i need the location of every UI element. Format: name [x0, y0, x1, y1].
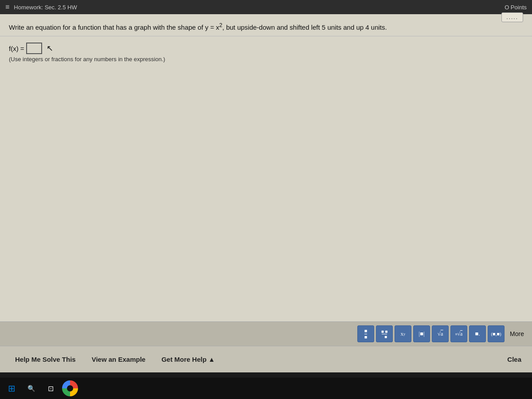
- math-toolbar: ■ ■ ■ ■ ■ xy |■| √a n√a ■. (■,■) More: [0, 321, 532, 346]
- view-example-button[interactable]: View an Example: [84, 351, 153, 368]
- page-title: Homework: Sec. 2.5 HW: [14, 4, 505, 11]
- more-button[interactable]: More: [506, 328, 528, 340]
- fraction-button[interactable]: ■ ■: [357, 325, 374, 342]
- search-button[interactable]: 🔍: [23, 380, 39, 396]
- get-more-help-button[interactable]: Get More Help ▲: [153, 351, 223, 368]
- decimal-button[interactable]: ■.: [469, 325, 486, 342]
- fx-row: f(x) = ↖: [9, 43, 523, 54]
- absolute-value-button[interactable]: |■|: [413, 325, 430, 342]
- menu-icon[interactable]: ≡: [5, 3, 9, 11]
- chrome-icon[interactable]: [62, 380, 78, 396]
- main-content: Write an equation for a function that ha…: [0, 14, 532, 372]
- windows-start-button[interactable]: ⊞: [4, 380, 20, 396]
- answer-input[interactable]: [26, 43, 42, 54]
- taskbar: ⊞ 🔍 ⊡: [0, 378, 532, 399]
- help-me-solve-button[interactable]: Help Me Solve This: [7, 351, 84, 368]
- exponent-button[interactable]: xy: [395, 325, 411, 342]
- paren-button[interactable]: (■,■): [488, 325, 505, 342]
- task-view-button[interactable]: ⊡: [43, 380, 59, 396]
- cursor-icon: ↖: [47, 43, 53, 53]
- fx-label-text: f(x) =: [9, 45, 24, 52]
- top-bar: ≡ Homework: Sec. 2.5 HW O Points: [0, 0, 532, 14]
- mixed-number-button[interactable]: ■ ■ ■: [376, 325, 393, 342]
- question-area: Write an equation for a function that ha…: [0, 14, 532, 36]
- question-text: Write an equation for a function that ha…: [9, 23, 387, 31]
- bottom-bar: Help Me Solve This View an Example Get M…: [0, 346, 532, 372]
- hint-text: (Use integers or fractions for any numbe…: [9, 56, 523, 63]
- sqrt-button[interactable]: √a: [432, 325, 449, 342]
- points-label: O Points: [505, 4, 527, 11]
- dots-button[interactable]: .....: [501, 12, 523, 22]
- clear-button[interactable]: Clea: [504, 351, 525, 368]
- answer-area: f(x) = ↖ (Use integers or fractions for …: [0, 36, 532, 321]
- nth-root-button[interactable]: n√a: [450, 325, 467, 342]
